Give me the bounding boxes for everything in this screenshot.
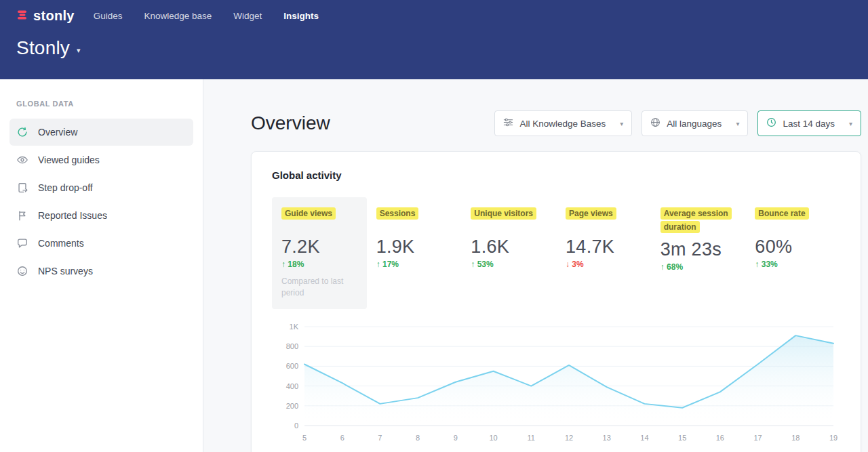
arrow-up-icon: ↑	[755, 260, 759, 269]
page-body: GLOBAL DATA Overview Viewed g	[0, 79, 868, 452]
sidebar-item-label: NPS surveys	[38, 266, 93, 276]
sidebar-item-label: Comments	[38, 238, 84, 249]
y-tick-label: 400	[286, 382, 298, 390]
x-tick-label: 15	[678, 434, 686, 442]
stat-value: 14.7K	[566, 237, 647, 258]
sidebar-item-label: Viewed guides	[38, 155, 100, 165]
nav-item-knowledge-base[interactable]: Knowledge base	[144, 8, 212, 24]
flag-icon	[16, 209, 28, 222]
workspace-selector[interactable]: Stonly ▾	[16, 37, 81, 59]
stat-label: Sessions	[376, 207, 419, 220]
sidebar-item-nps-surveys[interactable]: NPS surveys	[9, 258, 193, 285]
app-root: stonly Guides Knowledge base Widget Insi…	[0, 0, 868, 452]
stonly-logo-text: stonly	[33, 8, 75, 24]
arrow-up-icon: ↑	[471, 260, 475, 269]
globe-icon	[650, 117, 660, 129]
stat-value: 3m 23s	[660, 239, 742, 260]
sidebar-item-comments[interactable]: Comments	[9, 230, 193, 257]
stat-avg-session-duration[interactable]: Average session duration 3m 23s ↑ 68%	[651, 197, 746, 309]
sliders-icon	[503, 117, 513, 129]
x-tick-label: 6	[340, 434, 344, 442]
stats-row: Guide views 7.2K ↑ 18% Compared to last …	[272, 197, 840, 309]
stat-value: 7.2K	[281, 237, 363, 258]
chevron-down-icon: ▾	[849, 120, 852, 127]
sidebar-item-label: Step drop-off	[38, 182, 93, 193]
y-tick-label: 0	[294, 422, 298, 430]
x-tick-label: 14	[640, 434, 648, 442]
stat-label: Bounce rate	[755, 207, 808, 220]
activity-icon	[16, 126, 28, 138]
page-title: Overview	[251, 112, 330, 134]
stonly-logo-icon	[16, 9, 28, 24]
arrow-up-icon: ↑	[660, 262, 665, 272]
stat-change: ↑ 18%	[281, 260, 363, 269]
activity-chart: 02004006008001K5678910111213141516171819	[272, 317, 840, 447]
stat-change: ↓ 3%	[566, 260, 647, 269]
filters-bar: All Knowledge Bases ▾ All languages	[494, 110, 861, 136]
nav-item-guides[interactable]: Guides	[94, 8, 123, 24]
x-tick-label: 13	[603, 434, 611, 442]
x-tick-label: 11	[528, 434, 535, 442]
stonly-logo[interactable]: stonly	[16, 8, 75, 24]
card-title: Global activity	[272, 169, 840, 181]
stat-value: 60%	[755, 237, 836, 258]
arrow-up-icon: ↑	[376, 260, 380, 269]
nav-item-widget[interactable]: Widget	[233, 8, 262, 24]
chart-area-fill	[304, 335, 833, 426]
stat-value: 1.9K	[376, 237, 458, 258]
stat-sessions[interactable]: Sessions 1.9K ↑ 17%	[367, 197, 462, 309]
activity-chart-svg: 02004006008001K5678910111213141516171819	[272, 317, 842, 445]
stat-bounce-rate[interactable]: Bounce rate 60% ↑ 33%	[745, 197, 840, 309]
y-tick-label: 800	[286, 342, 298, 350]
top-navbar: stonly Guides Knowledge base Widget Insi…	[0, 0, 868, 79]
main-content: Overview All Knowledge Bases ▾	[203, 79, 868, 452]
x-tick-label: 19	[829, 434, 837, 442]
x-tick-label: 8	[416, 434, 420, 442]
sidebar: GLOBAL DATA Overview Viewed g	[0, 79, 203, 452]
chevron-down-icon: ▾	[620, 120, 623, 127]
x-tick-label: 7	[378, 434, 382, 442]
stat-page-views[interactable]: Page views 14.7K ↓ 3%	[556, 197, 651, 309]
sidebar-item-label: Reported Issues	[38, 210, 107, 221]
filter-label: Last 14 days	[783, 119, 835, 129]
sidebar-item-viewed-guides[interactable]: Viewed guides	[9, 146, 193, 173]
arrow-down-icon: ↓	[566, 260, 570, 269]
sidebar-item-step-drop-off[interactable]: Step drop-off	[9, 174, 193, 201]
stat-value: 1.6K	[471, 237, 552, 258]
filter-date-range[interactable]: Last 14 days ▾	[757, 110, 861, 136]
comment-icon	[16, 237, 28, 249]
x-tick-label: 18	[791, 434, 800, 442]
x-tick-label: 17	[753, 434, 762, 442]
stat-change: ↑ 17%	[376, 260, 458, 269]
y-tick-label: 1K	[290, 323, 299, 331]
top-nav: Guides Knowledge base Widget Insights	[94, 8, 319, 24]
x-tick-label: 12	[565, 434, 573, 442]
chevron-down-icon: ▾	[736, 120, 739, 127]
x-tick-label: 16	[716, 434, 724, 442]
eye-icon	[16, 154, 28, 166]
stat-label: Average session duration	[660, 207, 732, 233]
stat-note: Compared to last period	[281, 276, 355, 300]
x-tick-label: 10	[489, 434, 497, 442]
nav-item-insights[interactable]: Insights	[283, 8, 319, 24]
main-header: Overview All Knowledge Bases ▾	[251, 110, 861, 136]
x-tick-label: 5	[302, 434, 307, 442]
y-tick-label: 200	[286, 402, 298, 410]
stat-label: Guide views	[281, 207, 336, 220]
clock-icon	[766, 117, 776, 129]
stat-unique-visitors[interactable]: Unique visitors 1.6K ↑ 53%	[461, 197, 556, 309]
sidebar-heading: GLOBAL DATA	[16, 100, 186, 108]
topbar-row: stonly Guides Knowledge base Widget Insi…	[16, 0, 852, 24]
sidebar-item-overview[interactable]: Overview	[9, 119, 193, 146]
filter-knowledge-bases[interactable]: All Knowledge Bases ▾	[494, 110, 632, 136]
stat-guide-views[interactable]: Guide views 7.2K ↑ 18% Compared to last …	[272, 197, 367, 309]
filter-languages[interactable]: All languages ▾	[642, 110, 748, 136]
filter-label: All Knowledge Bases	[519, 119, 606, 129]
stat-label: Page views	[566, 207, 616, 220]
sidebar-item-label: Overview	[38, 127, 77, 138]
smiley-icon	[16, 265, 28, 277]
x-tick-label: 9	[454, 434, 458, 442]
filter-label: All languages	[667, 119, 722, 129]
sidebar-item-reported-issues[interactable]: Reported Issues	[9, 202, 193, 229]
stat-change: ↑ 68%	[660, 262, 742, 272]
